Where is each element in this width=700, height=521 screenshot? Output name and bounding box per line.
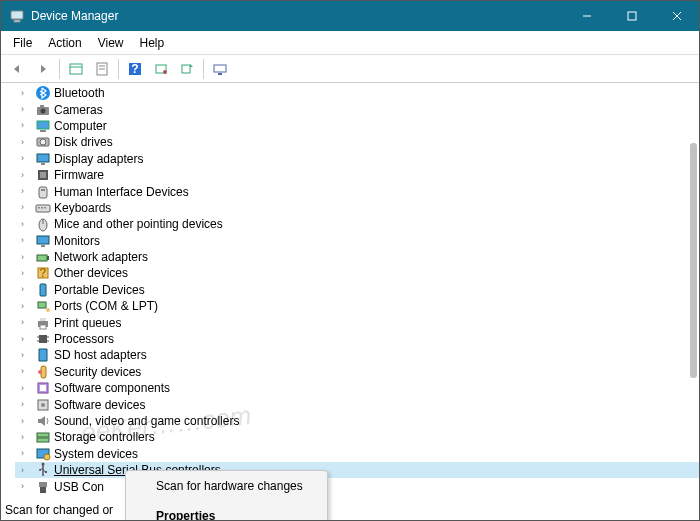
menu-action[interactable]: Action (40, 33, 89, 53)
titlebar: Device Manager (1, 1, 699, 31)
svg-rect-15 (182, 65, 190, 73)
tree-node[interactable]: ›Monitors (15, 233, 699, 249)
svg-point-46 (46, 308, 50, 312)
maximize-button[interactable] (609, 1, 654, 31)
mouse-icon (35, 216, 51, 232)
chevron-right-icon[interactable]: › (21, 384, 33, 393)
sound-icon (35, 413, 51, 429)
chevron-right-icon[interactable]: › (21, 105, 33, 114)
tree-node[interactable]: ›Human Interface Devices (15, 183, 699, 199)
tree-node[interactable]: ›Software components (15, 380, 699, 396)
svg-rect-26 (37, 154, 49, 162)
tree-node[interactable]: ›Keyboards (15, 200, 699, 216)
svg-point-20 (41, 108, 46, 113)
tree-node[interactable]: ›Universal Serial Bus controllers (15, 462, 699, 478)
tree-node-label: Bluetooth (54, 86, 105, 100)
tree-node[interactable]: ›Software devices (15, 396, 699, 412)
chevron-right-icon[interactable]: › (21, 335, 33, 344)
forward-icon[interactable] (31, 57, 55, 81)
scrollbar-thumb[interactable] (690, 143, 697, 378)
svg-rect-17 (218, 73, 222, 75)
close-button[interactable] (654, 1, 699, 31)
tree-node[interactable]: ›System devices (15, 446, 699, 462)
chevron-right-icon[interactable]: › (21, 253, 33, 262)
help-icon[interactable]: ? (123, 57, 147, 81)
action-icon[interactable] (149, 57, 173, 81)
tree-node[interactable]: ›Firmware (15, 167, 699, 183)
tree-node[interactable]: ›Ports (COM & LPT) (15, 298, 699, 314)
chevron-right-icon[interactable]: › (21, 89, 33, 98)
chevron-right-icon[interactable]: › (21, 121, 33, 130)
chevron-right-icon[interactable]: › (21, 318, 33, 327)
chevron-right-icon[interactable]: › (21, 138, 33, 147)
disk-icon (35, 134, 51, 150)
svg-text:?: ? (131, 62, 138, 76)
monitor-icon (35, 233, 51, 249)
chevron-right-icon[interactable]: › (21, 154, 33, 163)
menu-help[interactable]: Help (132, 33, 173, 53)
scan-icon[interactable] (175, 57, 199, 81)
svg-point-56 (38, 370, 42, 374)
svg-rect-58 (40, 385, 46, 391)
toolbar-separator (59, 59, 60, 79)
tree-node[interactable]: ›Storage controllers (15, 429, 699, 445)
show-devices-icon[interactable] (208, 57, 232, 81)
tree-node[interactable]: ›Sound, video and game controllers (15, 413, 699, 429)
tree-node[interactable]: ›Bluetooth (15, 85, 699, 101)
ports-icon (35, 298, 51, 314)
tree-node-label: Security devices (54, 365, 141, 379)
tree-node-label: Network adapters (54, 250, 148, 264)
chevron-right-icon[interactable]: › (21, 400, 33, 409)
tree-node[interactable]: ›Security devices (15, 364, 699, 380)
chevron-right-icon[interactable]: › (21, 285, 33, 294)
menu-file[interactable]: File (5, 33, 40, 53)
statusbar: Scan for changed or (1, 500, 699, 520)
menu-view[interactable]: View (90, 33, 132, 53)
context-scan-hardware[interactable]: Scan for hardware changes (126, 471, 327, 501)
chevron-right-icon[interactable]: › (21, 236, 33, 245)
tree-node[interactable]: ›Print queues (15, 314, 699, 330)
cpu-icon (35, 331, 51, 347)
tree-node-label: Software devices (54, 398, 145, 412)
chevron-right-icon[interactable]: › (21, 187, 33, 196)
storage-icon (35, 429, 51, 445)
chevron-right-icon[interactable]: › (21, 433, 33, 442)
tree-node[interactable]: ›Mice and other pointing devices (15, 216, 699, 232)
tree-node-label: System devices (54, 447, 138, 461)
device-tree[interactable]: ›Bluetooth›Cameras›Computer›Disk drives›… (1, 83, 699, 500)
printer-icon (35, 315, 51, 331)
hid-icon (35, 184, 51, 200)
chevron-right-icon[interactable]: › (21, 269, 33, 278)
tree-node[interactable]: ›Cameras (15, 101, 699, 117)
chevron-right-icon[interactable]: › (21, 449, 33, 458)
tree-node-label: Cameras (54, 103, 103, 117)
chevron-right-icon[interactable]: › (21, 367, 33, 376)
chevron-right-icon[interactable]: › (21, 482, 33, 491)
chevron-right-icon[interactable]: › (21, 302, 33, 311)
properties-icon[interactable] (90, 57, 114, 81)
tree-node[interactable]: ›SD host adapters (15, 347, 699, 363)
chevron-right-icon[interactable]: › (21, 203, 33, 212)
show-hide-tree-icon[interactable] (64, 57, 88, 81)
firmware-icon (35, 167, 51, 183)
tree-node-label: Ports (COM & LPT) (54, 299, 158, 313)
chevron-right-icon[interactable]: › (21, 466, 33, 475)
tree-node[interactable]: ›Display adapters (15, 151, 699, 167)
minimize-button[interactable] (564, 1, 609, 31)
chevron-right-icon[interactable]: › (21, 351, 33, 360)
chevron-right-icon[interactable]: › (21, 171, 33, 180)
tree-node[interactable]: ›Processors (15, 331, 699, 347)
context-properties[interactable]: Properties (126, 501, 327, 521)
tree-node[interactable]: ›USB Con (15, 478, 699, 494)
tree-node[interactable]: ›?Other devices (15, 265, 699, 281)
tree-node[interactable]: ›Computer (15, 118, 699, 134)
svg-rect-16 (214, 65, 226, 72)
tree-node[interactable]: ›Portable Devices (15, 282, 699, 298)
chevron-right-icon[interactable]: › (21, 417, 33, 426)
back-icon[interactable] (5, 57, 29, 81)
chevron-right-icon[interactable]: › (21, 220, 33, 229)
tree-node[interactable]: ›Network adapters (15, 249, 699, 265)
tree-node[interactable]: ›Disk drives (15, 134, 699, 150)
svg-point-60 (41, 403, 45, 407)
vertical-scrollbar[interactable] (683, 83, 699, 433)
